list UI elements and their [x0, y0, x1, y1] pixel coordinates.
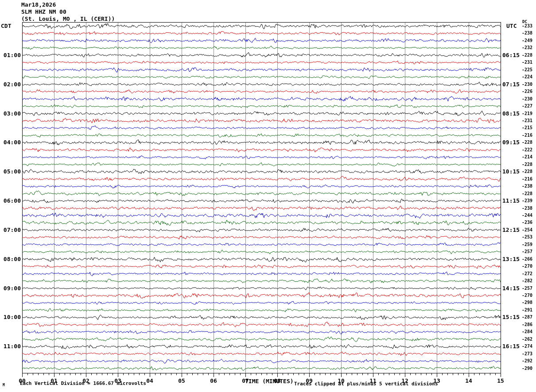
dc-value: -286	[522, 323, 536, 327]
title-date: Mar18,2026	[21, 1, 56, 8]
dc-value: -222	[522, 148, 536, 152]
left-time-label: 07:00	[0, 227, 21, 233]
dc-value: -226	[522, 89, 536, 94]
dc-value: -272	[522, 272, 536, 276]
dc-value: -228	[522, 162, 536, 167]
x-tick-label: 15	[493, 377, 509, 384]
title-location: (St. Louis, MO , IL (CERI))	[21, 15, 115, 22]
scale-note: Each Vertical Division = 1666.67 microvo…	[20, 380, 146, 386]
dc-value: -225	[522, 68, 536, 72]
helicorder-page: { "title": { "date": "Mar18,2026", "stat…	[0, 0, 536, 392]
dc-value: -298	[522, 300, 536, 305]
seismogram-plot-canvas	[0, 0, 536, 392]
left-time-label: 01:00	[0, 52, 21, 58]
dc-value: -270	[522, 293, 536, 298]
dc-value: -287	[522, 315, 536, 319]
clip-note: Traces clipped at plus/minus 5 vertical …	[294, 381, 438, 387]
dc-value: -238	[522, 31, 536, 35]
dc-value: -253	[522, 235, 536, 239]
dc-value: -257	[522, 286, 536, 291]
left-time-label: 06:00	[0, 198, 21, 204]
dc-value: -236	[522, 220, 536, 225]
dc-value: -228	[522, 140, 536, 145]
right-timezone-label: UTC	[506, 23, 517, 29]
dc-value: -292	[522, 359, 536, 363]
left-time-label: 04:00	[0, 139, 21, 146]
dc-value: -216	[522, 177, 536, 181]
dc-value: -257	[522, 250, 536, 254]
dc-value: -291	[522, 308, 536, 312]
dc-value: -233	[522, 24, 536, 28]
dc-value: -219	[522, 111, 536, 116]
dc-value: -230	[522, 97, 536, 101]
dc-value: -262	[522, 337, 536, 342]
left-time-label: 08:00	[0, 256, 21, 262]
dc-value: -249	[522, 38, 536, 43]
x-axis-title: TIME (MINUTES)	[245, 378, 294, 384]
left-time-label: 09:00	[0, 285, 21, 292]
dc-value: -215	[522, 126, 536, 130]
left-time-label: 10:00	[0, 314, 21, 320]
dc-value: -228	[522, 169, 536, 174]
left-time-label: 03:00	[0, 111, 21, 117]
dc-value: -231	[522, 119, 536, 123]
dc-value: -244	[522, 213, 536, 218]
dc-value: -274	[522, 344, 536, 349]
dc-value: -273	[522, 352, 536, 356]
left-time-label: 11:00	[0, 343, 21, 350]
dc-value: -284	[522, 330, 536, 334]
dc-value: -290	[522, 366, 536, 371]
dc-value: -228	[522, 192, 536, 196]
dc-value: -238	[522, 206, 536, 211]
left-time-label: 05:00	[0, 169, 21, 175]
dc-value: -238	[522, 184, 536, 188]
dc-value: -214	[522, 155, 536, 159]
dc-value: -216	[522, 133, 536, 138]
dc-value: -259	[522, 242, 536, 247]
dc-value: -232	[522, 46, 536, 50]
dc-value: -266	[522, 257, 536, 261]
dc-value: -239	[522, 199, 536, 203]
watermark-mark: M	[3, 383, 5, 387]
x-tick-label: 14	[461, 377, 477, 384]
dc-value: -228	[522, 53, 536, 58]
left-timezone-label: CDT	[1, 23, 11, 29]
x-tick-label: 05	[174, 377, 190, 384]
dc-value: -270	[522, 264, 536, 269]
title-station: SLM HHZ NM 00	[21, 8, 66, 15]
dc-value: -224	[522, 75, 536, 79]
dc-value: -231	[522, 60, 536, 65]
dc-value: -227	[522, 104, 536, 108]
dc-value: -282	[522, 279, 536, 283]
dc-value: -230	[522, 82, 536, 87]
left-time-label: 02:00	[0, 81, 21, 88]
dc-value: -254	[522, 228, 536, 232]
x-tick-label: 06	[206, 377, 221, 384]
